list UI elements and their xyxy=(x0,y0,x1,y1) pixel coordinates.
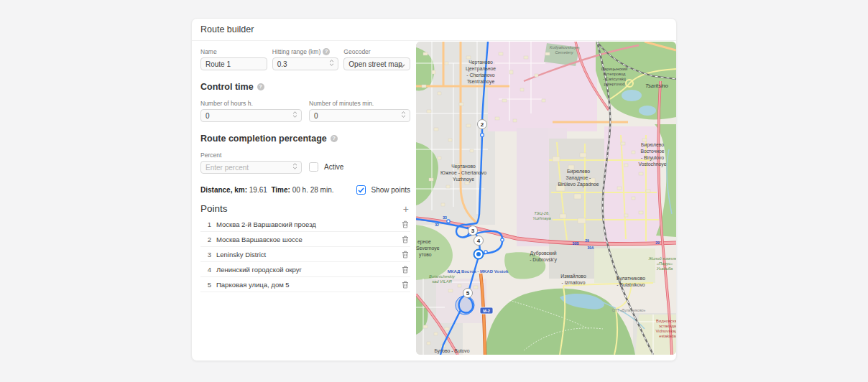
distance-time-summary: Distance, km: 19.61 Time: 00 h. 28 min. xyxy=(200,186,334,194)
map-label: estakada xyxy=(659,334,676,338)
svg-text:5: 5 xyxy=(466,290,470,297)
info-icon[interactable]: ? xyxy=(323,48,330,55)
points-title: Points xyxy=(200,203,228,214)
add-point-button[interactable]: + xyxy=(402,204,410,214)
delete-point-button[interactable] xyxy=(402,266,409,274)
map-label: puteprovod xyxy=(604,82,624,86)
map-label: sad VILAR xyxy=(432,279,453,284)
chevron-down-icon xyxy=(399,62,405,70)
map-label: ерное xyxy=(417,239,431,245)
point-number: 2 xyxy=(206,236,211,243)
minutes-label: Number of minutes min. xyxy=(309,100,410,107)
map-label: - Biryulovo xyxy=(641,155,664,161)
delete-point-button[interactable] xyxy=(402,251,409,258)
active-label: Active xyxy=(324,163,343,171)
point-name: Парковая улица, дом 5 xyxy=(216,281,402,289)
map-label: эстакада xyxy=(659,324,676,328)
delete-point-button[interactable] xyxy=(402,236,409,243)
delete-point-button[interactable] xyxy=(402,281,409,289)
route-marker-3[interactable]: 3 xyxy=(468,226,478,236)
point-row: 3Leninsky District xyxy=(200,247,410,262)
hours-label: Number of hours h. xyxy=(200,100,302,107)
map-label: Бирюлево xyxy=(567,169,590,174)
point-name: Ленинский городской округ xyxy=(216,266,402,274)
map-label: Жилой комплекс xyxy=(647,256,676,261)
map-label: Severnoye xyxy=(416,246,440,251)
map-label: «Парус» xyxy=(657,261,673,266)
map-label: СНТ «Булатниково» xyxy=(612,308,646,312)
page: Route builder Name Route 1 Hitting range… xyxy=(0,0,868,382)
show-points-checkbox[interactable] xyxy=(356,185,366,195)
percent-input[interactable]: Enter percent xyxy=(200,161,302,174)
map-label: 30А xyxy=(587,246,594,250)
map-label: Чертаново xyxy=(451,164,476,169)
name-input[interactable]: Route 1 xyxy=(200,57,267,70)
map-label: Cemetery xyxy=(555,50,573,55)
map-label: Дубровский xyxy=(530,251,556,256)
map-label: Yuzhnaya xyxy=(532,216,551,220)
card-title: Route builder xyxy=(192,19,676,41)
hitting-range-input[interactable]: 0.3 xyxy=(272,57,339,70)
stepper-icon[interactable] xyxy=(401,111,406,118)
position-marker[interactable] xyxy=(474,250,484,259)
map-label: путепровод xyxy=(604,72,627,76)
map-label: Бирюлево xyxy=(641,142,664,148)
hours-input[interactable]: 0 xyxy=(200,109,302,122)
map-label: 32 xyxy=(435,223,439,227)
completion-title: Route completion percentage xyxy=(200,134,327,144)
point-row: 2Москва Варшавское шоссе xyxy=(200,232,410,247)
minutes-input[interactable]: 0 xyxy=(309,109,410,122)
map-label: Vidnovskaya xyxy=(656,329,676,333)
map-label: - Caricynskij xyxy=(603,77,626,81)
point-name: Москва 2-й Варшавский проезд xyxy=(216,220,402,228)
stepper-icon[interactable] xyxy=(292,163,297,169)
map[interactable]: М-2 ЧертановоЦентральное- ChertanovoTsen… xyxy=(416,42,676,355)
show-points-label: Show points xyxy=(371,186,410,194)
map-label: 29 xyxy=(655,241,660,245)
geocoder-select[interactable]: Open street map xyxy=(343,57,410,70)
map-label: Tsentralnoye xyxy=(467,79,495,85)
map-label: 33 xyxy=(443,215,447,220)
map-label: 30В xyxy=(572,241,579,246)
map-label: Yuzhnoye xyxy=(453,177,474,182)
point-row: 4Ленинский городской округ xyxy=(200,262,410,277)
map-label: Западное - xyxy=(566,175,591,181)
map-label: Botanicheskiy xyxy=(429,274,456,279)
percent-label: Percent xyxy=(200,152,302,159)
map-label: Измайлово xyxy=(560,274,586,279)
road-badge-m2-label: М-2 xyxy=(483,309,489,313)
route-builder-card: Route builder Name Route 1 Hitting range… xyxy=(191,18,677,361)
map-label: Булатниково xyxy=(617,276,645,281)
control-time-title: Control time xyxy=(200,82,254,92)
check-icon xyxy=(358,187,364,193)
points-list: 1Москва 2-й Варшавский проезд2Москва Вар… xyxy=(200,217,410,292)
active-checkbox[interactable] xyxy=(309,162,318,172)
info-icon[interactable]: ? xyxy=(257,83,264,90)
map-label: Бутово - Butovo xyxy=(434,348,469,354)
map-canvas[interactable]: М-2 ЧертановоЦентральное- ChertanovoTsen… xyxy=(416,42,676,355)
point-row: 5Парковая улица, дом 5 xyxy=(200,277,410,292)
stepper-icon[interactable] xyxy=(292,111,297,118)
geocoder-label: Geocoder xyxy=(343,48,410,55)
svg-text:3: 3 xyxy=(471,228,475,234)
route-marker-4[interactable]: 4 xyxy=(474,236,484,246)
map-label: Восточное xyxy=(640,149,664,154)
map-label: - Chertanovo xyxy=(466,73,495,78)
point-number: 4 xyxy=(206,266,211,274)
point-name: Москва Варшавское шоссе xyxy=(216,236,402,243)
map-label: утово xyxy=(419,252,432,258)
route-marker-2[interactable]: 2 xyxy=(478,120,487,129)
info-icon[interactable]: ? xyxy=(331,135,338,142)
map-label: Tsaritsino xyxy=(645,83,668,89)
map-label: - Bulatnikovo xyxy=(617,282,645,287)
map-label: Kotlyakovskoye xyxy=(550,45,579,50)
point-name: Leninsky District xyxy=(216,251,402,258)
delete-point-button[interactable] xyxy=(402,220,409,228)
stepper-icon[interactable] xyxy=(329,60,334,66)
map-label: - Izmailovo xyxy=(562,280,586,285)
map-label: 29 xyxy=(585,238,589,243)
map-label: Видновская xyxy=(656,319,676,323)
route-marker-5[interactable]: 5 xyxy=(463,289,473,298)
map-label: Vostochnoye xyxy=(639,162,667,167)
map-label: - Dubrovsk'y xyxy=(530,257,557,263)
